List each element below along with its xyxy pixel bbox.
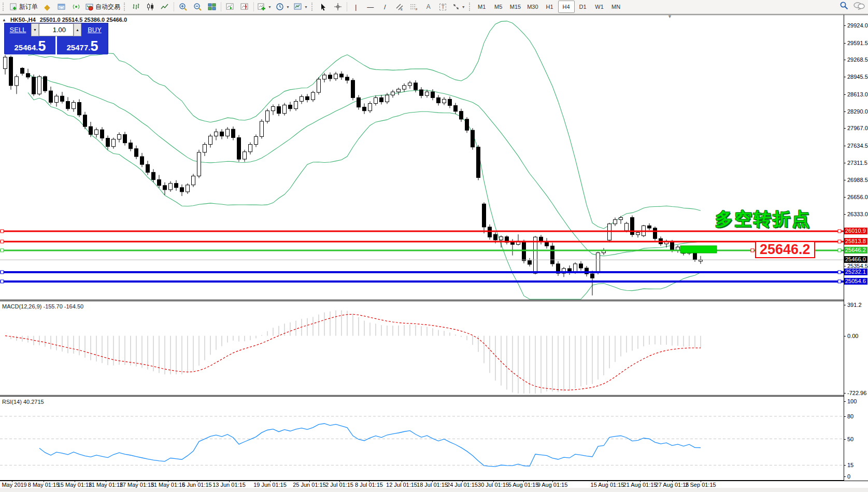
time-axis-label: 19 Jun 01:15 [253, 482, 287, 488]
price-line-tag: 25466.0 [844, 256, 867, 263]
timeframe-m5-button[interactable]: M5 [490, 1, 507, 13]
arrows-tool-icon [452, 3, 460, 10]
toolbar-grip[interactable] [3, 3, 6, 11]
price-line-tag: 25054.6 [844, 278, 867, 285]
line-chart-button[interactable] [158, 1, 172, 13]
turning-point-annotation[interactable]: 多空转折点 [715, 207, 811, 231]
price-axis-tick [844, 266, 846, 266]
time-axis-label: 8 Jul 01:15 [355, 482, 383, 488]
zoom-out-button[interactable] [190, 1, 205, 13]
time-axis-label: 15 Aug 01:15 [591, 482, 624, 488]
periods-menu-button[interactable]: ▼ [274, 1, 292, 13]
price-line-tag: 26010.9 [844, 228, 867, 234]
cursor-tool-button[interactable] [316, 1, 331, 13]
new-order-label: 新订单 [19, 3, 38, 11]
time-axis-label: 6 Jun 01:15 [182, 482, 212, 488]
arrows-tool-button[interactable]: ▼ [450, 1, 467, 13]
fibonacci-tool-button[interactable]: F [407, 1, 421, 13]
chart-area[interactable] [0, 15, 868, 487]
time-axis-label: 24 Jul 01:15 [447, 482, 478, 488]
indicators-menu-button[interactable]: ▼ [255, 1, 274, 13]
collapse-panel-icon[interactable]: ▲ [2, 18, 6, 22]
price-axis-label: 28290.0 [847, 108, 868, 115]
toolbar-grip[interactable] [124, 3, 127, 11]
sell-button[interactable]: SELL [5, 23, 31, 36]
timeframe-m1-button[interactable]: M1 [474, 1, 490, 13]
time-axis-label: 31 May 01:15 [151, 482, 186, 488]
price-axis-tick [844, 25, 846, 26]
timeframe-m30-button[interactable]: M30 [524, 1, 541, 13]
tile-windows-button[interactable] [205, 1, 219, 13]
timeframe-m15-button[interactable]: M15 [507, 1, 524, 13]
chart-shift-button[interactable] [237, 1, 252, 13]
time-axis-label: 8 May 01:15 [28, 482, 60, 488]
signals-icon [72, 3, 80, 11]
price-axis-label: 26988.5 [847, 177, 868, 183]
panel-separator[interactable] [0, 395, 844, 396]
price-axis-tick [844, 128, 846, 129]
toolbar-separator [347, 2, 347, 11]
sell-price[interactable]: 25464.5 [5, 36, 55, 54]
buy-button[interactable]: BUY [81, 23, 108, 36]
channel-tool-button[interactable]: E [392, 1, 407, 13]
panel-separator[interactable] [0, 300, 844, 300]
macd-axis-tick [844, 305, 846, 305]
tile-windows-icon [208, 3, 216, 11]
text-tool-icon: A [426, 4, 431, 10]
horizontal-line-tool-button[interactable]: — [363, 1, 378, 13]
timeframe-d1-button[interactable]: D1 [575, 1, 591, 13]
toolbar-grip[interactable] [469, 3, 472, 11]
autotrading-icon [86, 3, 94, 11]
zoom-in-icon [179, 3, 188, 11]
price-axis-tick [844, 197, 846, 198]
autotrading-button[interactable]: 自动交易 [83, 1, 122, 13]
text-tool-button[interactable]: A [421, 1, 436, 13]
bar-chart-button[interactable] [129, 1, 143, 13]
templates-menu-button[interactable]: ▼ [292, 1, 310, 13]
chat-icon[interactable] [853, 2, 865, 10]
zoom-out-icon [193, 3, 202, 11]
price-line-tag: 25646.2 [844, 247, 867, 254]
price-axis-label: 27634.5 [847, 143, 868, 149]
charts-window-icon [58, 3, 66, 11]
price-axis-label: 27967.0 [847, 125, 868, 131]
auto-scroll-icon [226, 3, 234, 11]
candlestick-chart-icon [146, 3, 154, 11]
time-axis-label: 2 Sep 01:15 [685, 482, 716, 488]
buy-price[interactable]: 25477.5 [57, 36, 108, 54]
label-tool-button[interactable]: T [436, 1, 450, 13]
auto-scroll-button[interactable] [223, 1, 237, 13]
toolbar-separator [221, 2, 221, 11]
volume-increase-button[interactable]: ▲ [74, 23, 81, 36]
chart-shift-marker[interactable]: ▼ [667, 14, 672, 19]
time-axis-label: 9 Aug 01:15 [537, 482, 568, 488]
toolbar-grip[interactable] [311, 3, 315, 11]
vertical-line-tool-button[interactable]: | [349, 1, 363, 13]
metaeditor-button[interactable]: ◆ [40, 1, 54, 13]
ohlc-values: 25501.0 25514.5 25386.0 25466.0 [40, 17, 127, 23]
timeframe-w1-button[interactable]: W1 [591, 1, 608, 13]
time-axis-label: 30 Jul 01:15 [478, 482, 509, 488]
price-axis-label: 29268.5 [847, 57, 868, 63]
zoom-in-button[interactable] [176, 1, 190, 13]
chart-shift-icon [240, 3, 249, 11]
volume-decrease-button[interactable]: ▼ [31, 23, 39, 36]
rsi-axis-tick [844, 401, 846, 402]
charts-window-button[interactable] [54, 1, 69, 13]
time-axis-label: 25 Jun 01:15 [293, 482, 326, 488]
crosshair-tool-button[interactable] [331, 1, 345, 13]
search-icon[interactable] [839, 1, 848, 10]
trendline-tool-button[interactable]: / [378, 1, 392, 13]
fibonacci-icon: F [410, 3, 418, 11]
timeframe-h1-button[interactable]: H1 [542, 1, 558, 13]
time-axis-label: 21 May 01:15 [89, 482, 123, 488]
signals-button[interactable] [69, 1, 83, 13]
timeframe-mn-button[interactable]: MN [608, 1, 624, 13]
timeframe-h4-button[interactable]: H4 [558, 1, 575, 13]
volume-input[interactable]: 1.00 [39, 23, 74, 36]
price-level-callout[interactable]: 25646.2 [755, 241, 815, 258]
price-axis-tick [844, 111, 846, 112]
price-line-tag: 25813.8 [844, 238, 867, 245]
candlestick-chart-button[interactable] [143, 1, 158, 13]
new-order-button[interactable]: 新订单 [7, 1, 40, 13]
